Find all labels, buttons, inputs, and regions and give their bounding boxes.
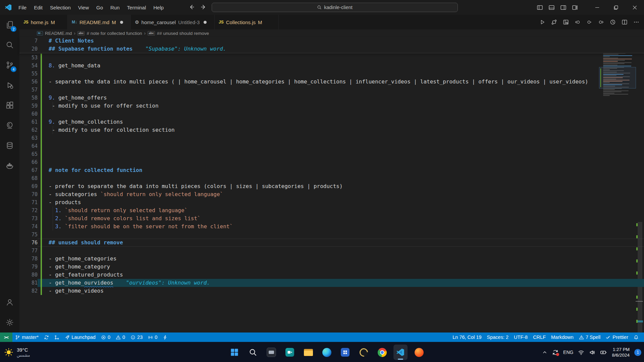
activity-search-icon[interactable] [0, 35, 19, 55]
line-content[interactable]: # note for collected function [38, 166, 644, 174]
line-content[interactable] [38, 150, 644, 158]
notification-count-badge[interactable]: 1 [634, 349, 641, 356]
sticky-line-7[interactable]: 7# Client Notes [19, 37, 644, 45]
toggle-sidebar-icon[interactable] [537, 4, 543, 11]
status-master[interactable]: master* [12, 333, 41, 342]
status-0[interactable]: 0 [145, 333, 160, 342]
line-number[interactable]: 76 [19, 239, 38, 247]
line-content[interactable]: # Client Notes [38, 37, 644, 45]
language-indicator[interactable]: ENG [563, 350, 573, 355]
line-content[interactable] [38, 86, 644, 94]
line-content[interactable]: - products [38, 198, 644, 206]
menu-terminal[interactable]: Terminal [123, 3, 150, 12]
code-line-73[interactable]: 73 2. `should remove colors list and siz… [19, 215, 644, 223]
code-line-53[interactable]: 53 [19, 54, 644, 62]
activity-source-control-icon[interactable]: 4 [0, 55, 19, 75]
menu-run[interactable]: Run [107, 3, 123, 12]
line-content[interactable]: - get_home_videos [38, 287, 644, 295]
line-number[interactable]: 64 [19, 142, 38, 150]
line-number[interactable]: 58 [19, 94, 38, 102]
taskbar-file-explorer-icon[interactable] [301, 345, 315, 360]
code-line-67[interactable]: 67# note for collected function [19, 166, 644, 174]
taskbar-camera-app-icon[interactable] [283, 345, 297, 360]
breadcrumb[interactable]: M↓README.md›abc# note for collected func… [19, 29, 644, 37]
line-number[interactable]: 78 [19, 255, 38, 263]
line-number[interactable]: 57 [19, 86, 38, 94]
menu-go[interactable]: Go [93, 3, 107, 12]
status-23[interactable]: 23 [128, 333, 145, 342]
activity-database-icon[interactable] [0, 135, 19, 156]
code-line-75[interactable]: 75 [19, 231, 644, 239]
sticky-line-20[interactable]: 20## Supabase function notes"Supabase": … [19, 45, 644, 53]
menu-file[interactable]: File [15, 3, 30, 12]
toggle-secondary-sidebar-icon[interactable] [560, 4, 567, 11]
line-content[interactable] [38, 54, 644, 62]
compare-icon[interactable] [551, 19, 557, 25]
line-number[interactable]: 53 [19, 54, 38, 62]
line-content[interactable]: 3. `filter should be on the server not f… [38, 223, 644, 231]
activity-accounts-icon[interactable] [0, 292, 19, 312]
code-line-68[interactable]: 68 [19, 174, 644, 182]
breadcrumb-item[interactable]: ## unused should remove [157, 31, 209, 36]
menu-edit[interactable]: Edit [30, 3, 46, 12]
code-line-57[interactable]: 57 [19, 86, 644, 94]
line-number[interactable]: 73 [19, 215, 38, 223]
line-number[interactable]: 72 [19, 206, 38, 215]
breadcrumb-item[interactable]: README.md [45, 31, 72, 36]
line-number[interactable]: 74 [19, 223, 38, 231]
status-0[interactable]: 0 [98, 333, 113, 342]
nav-forward-icon[interactable] [598, 19, 604, 25]
line-content[interactable]: 1. `should return only selected language… [38, 206, 644, 215]
nav-forward-arrow-icon[interactable] [201, 4, 207, 10]
status-sync-item[interactable] [41, 333, 52, 342]
status-markdown[interactable]: Markdown [548, 333, 576, 342]
code-line-62[interactable]: 62 - modify to use for collection sectio… [19, 126, 644, 134]
code-line-76[interactable]: 76## unused should remove [19, 239, 644, 247]
status-prettier[interactable]: Prettier [603, 333, 631, 342]
timeline-icon[interactable] [610, 19, 616, 25]
code-line-65[interactable]: 65 [19, 150, 644, 158]
status-crlf[interactable]: CRLF [530, 333, 548, 342]
editor[interactable]: 7# Client Notes20## Supabase function no… [19, 37, 644, 333]
line-content[interactable]: - separate the data into multi pieces ( … [38, 78, 644, 86]
status-bell-item[interactable] [631, 333, 641, 342]
code-line-64[interactable]: 64 [19, 142, 644, 150]
nav-circle-icon[interactable] [586, 19, 592, 25]
code-line-54[interactable]: 548. get_home_data [19, 62, 644, 70]
line-content[interactable] [38, 142, 644, 150]
line-content[interactable]: ## unused should remove [38, 239, 644, 247]
code-line-58[interactable]: 589. get_home_offers [19, 94, 644, 102]
line-number[interactable]: 75 [19, 231, 38, 239]
line-content[interactable]: - get_home_category [38, 263, 644, 271]
line-number[interactable]: 20 [19, 45, 38, 53]
status-thunder-item[interactable] [160, 333, 170, 342]
line-content[interactable]: - modify to use for collection section [38, 126, 644, 134]
taskbar-chrome-icon[interactable] [375, 345, 389, 360]
taskbar-search-icon[interactable] [246, 345, 260, 360]
run-icon[interactable] [539, 19, 545, 25]
line-number[interactable]: 71 [19, 198, 38, 206]
line-number[interactable]: 55 [19, 70, 38, 78]
code-line-72[interactable]: 72 1. `should return only selected langu… [19, 206, 644, 215]
sticky-scroll[interactable]: 7# Client Notes20## Supabase function no… [19, 37, 644, 53]
tab-collections-js[interactable]: JSCollections.jsM [215, 15, 279, 29]
line-content[interactable]: - subcategories `should return only sele… [38, 190, 644, 198]
taskbar-edge-icon[interactable] [320, 345, 334, 360]
maximize-button[interactable] [606, 0, 625, 15]
tab-home-js[interactable]: JShome.jsM [19, 15, 68, 29]
code-line-55[interactable]: 55 [19, 70, 644, 78]
line-content[interactable]: 2. `should remove colors list and sizes … [38, 215, 644, 223]
line-content[interactable]: 9. get_home_collections [38, 118, 644, 126]
nav-back-icon[interactable] [575, 19, 581, 25]
activity-extensions-icon[interactable] [0, 95, 19, 115]
taskbar-orange-ball-app-icon[interactable] [412, 345, 426, 360]
taskbar-vscode-icon[interactable] [393, 345, 408, 360]
tray-update-icon[interactable] [552, 349, 558, 356]
code-line-80[interactable]: 80- get_featured_products [19, 271, 644, 279]
code-line-74[interactable]: 74 3. `filter should be on the server no… [19, 223, 644, 231]
line-content[interactable]: - get_home_categories [38, 255, 644, 263]
taskbar-start-icon[interactable] [227, 345, 241, 360]
nav-back-arrow-icon[interactable] [189, 4, 195, 10]
line-content[interactable] [38, 70, 644, 78]
remote-indicator[interactable]: >< [0, 333, 12, 342]
